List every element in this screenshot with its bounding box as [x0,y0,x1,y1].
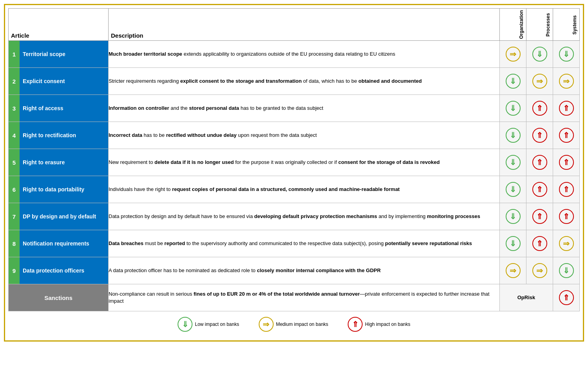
header-row: Article Description Organization Process… [9,9,580,41]
org-icon-cell: ⇒ [500,257,526,284]
arrow-up-red-icon: ⇑ [559,209,574,224]
arrow-down-green-icon: ⇓ [506,101,521,116]
header-article: Article [9,9,109,41]
sys-icon-cell: ⇒ [553,68,580,95]
article-cell: 5Right to erasure [9,149,109,176]
legend-medium-label: Medium impact on banks [276,322,328,327]
header-description: Description [109,9,500,41]
article-number: 6 [9,176,20,203]
description-cell: Incorrect data has to be rectified witho… [109,122,500,149]
arrow-down-green-icon: ⇓ [559,263,574,278]
description-cell: Data protection by design and by default… [109,203,500,230]
legend-high-icon: ⇑ [348,317,363,332]
description-cell: Individuals have the right to request co… [109,176,500,203]
arrow-up-red-icon: ⇑ [532,101,547,116]
header-col-sys: Systems [553,9,580,41]
arrow-up-red-icon: ⇑ [532,155,547,170]
article-title: Explicit consent [20,68,108,95]
table-row: 2Explicit consentStricter requirements r… [9,68,580,95]
article-cell: 1Territorial scope [9,41,109,68]
arrow-up-red-icon: ⇑ [559,155,574,170]
sys-icon-cell: ⇓ [553,257,580,284]
article-cell: 9Data protection officers [9,257,109,284]
arrow-down-green-icon: ⇓ [506,236,521,251]
article-title: Data protection officers [20,257,108,284]
arrow-down-green-icon: ⇓ [559,47,574,62]
arrow-right-yellow-icon: ⇒ [559,74,574,89]
org-icon-cell: ⇓ [500,203,526,230]
article-title: Right to erasure [20,149,108,176]
sys-icon-cell: ⇒ [553,230,580,257]
arrow-right-yellow-icon: ⇒ [506,47,521,62]
legend-low-label: Low impact on banks [195,322,239,327]
sys-icon-cell: ⇑ [553,95,580,122]
table-row: 1Territorial scopeMuch broader territori… [9,41,580,68]
arrow-down-green-icon: ⇓ [532,47,547,62]
article-cell: 2Explicit consent [9,68,109,95]
proc-icon-cell: ⇑ [526,176,553,203]
article-number: 4 [9,122,20,149]
arrow-up-red-icon: ⇑ [559,182,574,197]
arrow-down-green-icon: ⇓ [506,182,521,197]
org-icon-cell: ⇓ [500,176,526,203]
arrow-down-green-icon: ⇓ [506,209,521,224]
article-number: 7 [9,203,20,230]
header-col-org: Organization [500,9,526,41]
article-title: Territorial scope [20,41,108,67]
sys-icon-cell: ⇑ [553,149,580,176]
article-number: 1 [9,41,20,67]
article-title: Right of access [20,95,108,122]
outer-container: Article Description Organization Process… [4,4,584,342]
arrow-right-yellow-icon: ⇒ [532,74,547,89]
header-col-proc: Processes [526,9,553,41]
article-title: Right to rectification [20,122,108,149]
arrow-up-red-icon: ⇑ [559,128,574,143]
sanctions-sys-icon-cell: ⇑ [553,284,580,311]
main-table: Article Description Organization Process… [8,8,580,337]
arrow-up-red-icon: ⇑ [559,101,574,116]
description-cell: Information on controller and the stored… [109,95,500,122]
proc-icon-cell: ⇓ [526,41,553,68]
article-number: 8 [9,230,20,257]
sys-icon-cell: ⇑ [553,122,580,149]
org-icon-cell: ⇓ [500,149,526,176]
arrow-up-red-icon: ⇑ [532,128,547,143]
legend-high-label: High impact on banks [365,322,410,327]
sanctions-row: SanctionsNon-compliance can result in se… [9,284,580,311]
table-row: 8Notification requirementsData breaches … [9,230,580,257]
description-cell: Data breaches must be reported to the su… [109,230,500,257]
org-icon-cell: ⇓ [500,230,526,257]
legend-low: ⇓ Low impact on banks [178,317,239,332]
arrow-right-yellow-icon: ⇒ [506,263,521,278]
oprisk-label: OpRisk [500,294,553,300]
table-row: 9Data protection officersA data protecti… [9,257,580,284]
article-number: 2 [9,68,20,95]
article-cell: 7DP by design and by default [9,203,109,230]
article-cell: 3Right of access [9,95,109,122]
sys-icon-cell: ⇓ [553,41,580,68]
arrow-right-yellow-icon: ⇒ [532,263,547,278]
article-cell: 8Notification requirements [9,230,109,257]
proc-icon-cell: ⇑ [526,95,553,122]
arrow-up-red-icon: ⇑ [559,290,574,305]
sanctions-article-cell: Sanctions [9,284,109,311]
proc-icon-cell: ⇑ [526,230,553,257]
article-title: Right to data portability [20,176,108,203]
article-number: 5 [9,149,20,176]
arrow-down-green-icon: ⇓ [506,155,521,170]
arrow-up-red-icon: ⇑ [532,182,547,197]
description-cell: Much broader territorial scope extends a… [109,41,500,68]
org-icon-cell: ⇓ [500,122,526,149]
sys-icon-cell: ⇑ [553,203,580,230]
arrow-up-red-icon: ⇑ [532,236,547,251]
legend-medium: ⇒ Medium impact on banks [259,317,328,332]
sys-icon-cell: ⇑ [553,176,580,203]
oprisk-cell: OpRisk [500,284,553,311]
description-cell: A data protection officer has to be nomi… [109,257,500,284]
table-row: 3Right of accessInformation on controlle… [9,95,580,122]
proc-icon-cell: ⇒ [526,257,553,284]
org-icon-cell: ⇓ [500,95,526,122]
proc-icon-cell: ⇑ [526,203,553,230]
article-number: 3 [9,95,20,122]
sanctions-title: Sanctions [9,284,108,311]
